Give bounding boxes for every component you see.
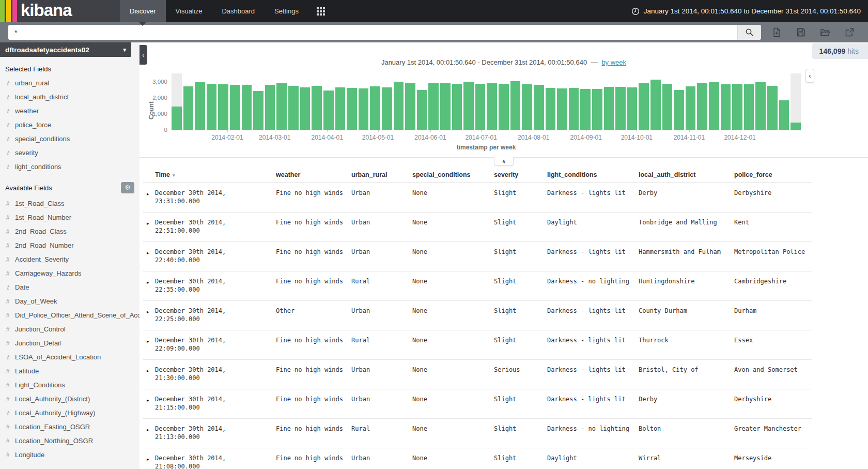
field-item[interactable]: tLocal_Authority_(Highway) (0, 406, 140, 420)
kibana-logo[interactable]: kibana (0, 0, 120, 22)
column-header-urban_rural[interactable]: urban_rural (351, 168, 412, 183)
bar[interactable] (452, 84, 462, 130)
expand-row-button[interactable]: ▸ (143, 213, 155, 242)
open-search-button[interactable] (820, 27, 830, 38)
bar[interactable] (732, 84, 742, 130)
field-item[interactable]: #Carriageway_Hazards (0, 266, 140, 280)
bar[interactable] (207, 84, 217, 130)
bar[interactable] (242, 85, 252, 130)
bar[interactable] (767, 86, 778, 130)
bar[interactable] (218, 84, 228, 130)
expand-row-button[interactable]: ▸ (143, 183, 155, 213)
field-item[interactable]: #1st_Road_Class (0, 196, 140, 210)
bar[interactable] (627, 87, 638, 130)
expand-row-button[interactable]: ▸ (143, 242, 155, 271)
field-item[interactable]: #Junction_Detail (0, 336, 140, 350)
save-search-button[interactable] (796, 27, 806, 38)
bar[interactable] (721, 84, 731, 130)
bar[interactable] (370, 86, 380, 130)
bar[interactable] (253, 91, 264, 130)
bar[interactable] (323, 90, 334, 130)
bar[interactable] (499, 84, 509, 130)
column-header-light_conditions[interactable]: light_conditions (547, 168, 639, 183)
bar[interactable] (709, 82, 719, 130)
field-item[interactable]: #Day_of_Week (0, 294, 140, 308)
bar[interactable] (195, 82, 205, 130)
bar[interactable] (755, 82, 766, 130)
time-picker[interactable]: January 1st 2014, 00:01:50.640 to Decemb… (631, 0, 868, 22)
expand-row-button[interactable]: ▸ (143, 330, 155, 360)
column-header-local_auth_district[interactable]: local_auth_district (639, 168, 734, 183)
bar[interactable] (405, 83, 415, 130)
nav-item-dashboard[interactable]: Dashboard (212, 0, 265, 22)
bar[interactable] (557, 88, 567, 130)
field-item[interactable]: #Local_Authority_(District) (0, 392, 140, 406)
bar[interactable] (779, 100, 789, 130)
field-item[interactable]: #1st_Road_Number (0, 210, 140, 224)
column-header-time[interactable]: Time▾ (155, 168, 276, 183)
column-header-police_force[interactable]: police_force (734, 168, 812, 183)
field-item[interactable]: #Latitude (0, 364, 140, 378)
bar[interactable] (335, 87, 346, 130)
nav-item-visualize[interactable]: Visualize (166, 0, 212, 22)
bar[interactable] (592, 89, 602, 130)
bar[interactable] (686, 86, 696, 130)
bar[interactable] (440, 83, 451, 130)
expand-row-button[interactable]: ▸ (143, 448, 155, 469)
collapse-chart-right-button[interactable]: ‹ (805, 69, 814, 83)
expand-row-button[interactable]: ▸ (143, 419, 155, 448)
field-item[interactable]: #Location_Northing_OSGR (0, 434, 140, 448)
bar[interactable] (417, 90, 427, 130)
field-item[interactable]: #Did_Police_Officer_Attend_Scene_of_Acci… (0, 308, 140, 322)
bar[interactable] (534, 85, 544, 130)
field-item[interactable]: #Longitude (0, 448, 140, 462)
field-item[interactable]: #Junction_Control (0, 322, 140, 336)
bar[interactable] (463, 82, 474, 130)
bar[interactable] (230, 85, 240, 130)
bar[interactable] (312, 86, 322, 130)
bar[interactable] (546, 88, 556, 130)
field-item[interactable]: #2nd_Road_Number (0, 238, 140, 252)
bar[interactable] (615, 87, 626, 130)
bar[interactable] (662, 84, 673, 130)
field-item[interactable]: tDate (0, 280, 140, 294)
bar[interactable] (569, 88, 579, 130)
bar[interactable] (394, 82, 404, 130)
collapse-sidebar-button[interactable]: ‹ (140, 45, 147, 65)
bar[interactable] (510, 81, 521, 130)
collapse-chart-button[interactable]: ∧ (494, 157, 514, 165)
bar[interactable] (639, 83, 649, 130)
field-item[interactable]: #Accident_Severity (0, 252, 140, 266)
bar[interactable] (697, 83, 707, 130)
field-item[interactable]: #2nd_Road_Class (0, 224, 140, 238)
column-header-severity[interactable]: severity (494, 168, 547, 183)
field-item[interactable]: tspecial_conditions (0, 132, 140, 146)
bar[interactable] (300, 87, 311, 130)
field-item[interactable]: tLSOA_of_Accident_Location (0, 350, 140, 364)
bar[interactable] (604, 87, 614, 130)
bar[interactable] (428, 83, 439, 130)
share-button[interactable] (844, 27, 855, 38)
bar[interactable] (183, 86, 194, 130)
expand-row-button[interactable]: ▸ (143, 271, 155, 301)
bar[interactable] (288, 86, 299, 130)
interval-link[interactable]: by week (601, 58, 626, 66)
expand-row-button[interactable]: ▸ (143, 301, 155, 330)
expand-row-button[interactable]: ▸ (143, 389, 155, 419)
bar[interactable] (359, 88, 369, 130)
index-pattern-selector[interactable]: dftroadsafetyaccidents02 ▾ (0, 42, 131, 57)
bar[interactable] (650, 80, 661, 130)
field-item[interactable]: tpolice_force (0, 118, 140, 132)
bar[interactable] (276, 83, 287, 130)
expand-row-button[interactable]: ▸ (143, 360, 155, 389)
field-item[interactable]: turban_rural (0, 76, 140, 90)
bar[interactable] (265, 85, 275, 130)
bar[interactable] (475, 84, 486, 130)
bar[interactable] (487, 83, 497, 130)
bar[interactable] (382, 87, 392, 130)
bar[interactable] (791, 123, 801, 130)
field-item[interactable]: #Location_Easting_OSGR (0, 420, 140, 434)
field-settings-button[interactable]: ⚙ (121, 182, 134, 193)
new-search-button[interactable] (771, 27, 782, 38)
bar[interactable] (744, 84, 754, 130)
